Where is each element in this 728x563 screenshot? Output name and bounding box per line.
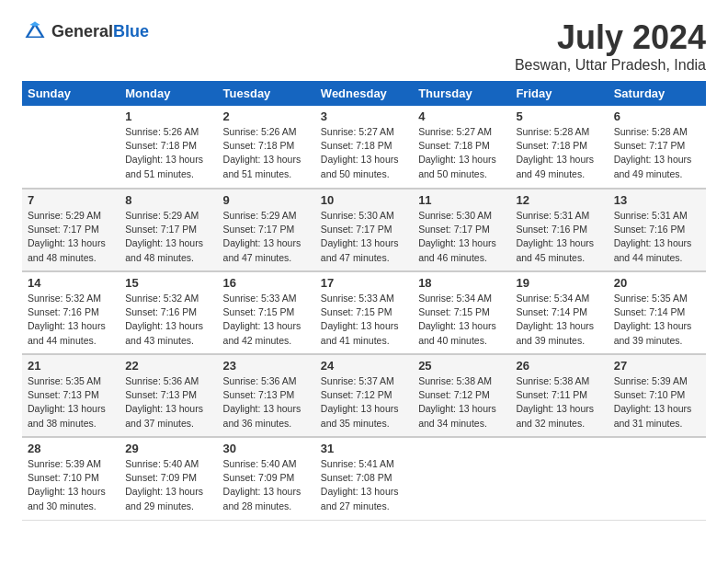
calendar-cell: 3Sunrise: 5:27 AMSunset: 7:18 PMDaylight… <box>315 106 413 189</box>
calendar-week-row: 1Sunrise: 5:26 AMSunset: 7:18 PMDaylight… <box>22 106 706 189</box>
column-header-wednesday: Wednesday <box>315 81 413 106</box>
day-number: 29 <box>125 442 211 455</box>
day-number: 5 <box>516 109 602 123</box>
day-details: Sunrise: 5:26 AMSunset: 7:18 PMDaylight:… <box>125 125 211 181</box>
day-number: 7 <box>28 193 114 207</box>
column-header-tuesday: Tuesday <box>218 81 315 106</box>
day-details: Sunrise: 5:35 AMSunset: 7:14 PMDaylight:… <box>614 292 700 348</box>
day-number: 20 <box>614 276 700 290</box>
day-number: 19 <box>516 276 602 290</box>
day-details: Sunrise: 5:32 AMSunset: 7:16 PMDaylight:… <box>125 292 211 348</box>
day-details: Sunrise: 5:34 AMSunset: 7:15 PMDaylight:… <box>418 292 505 348</box>
day-details: Sunrise: 5:26 AMSunset: 7:18 PMDaylight:… <box>223 125 310 181</box>
calendar-cell: 27Sunrise: 5:39 AMSunset: 7:10 PMDayligh… <box>609 354 706 437</box>
calendar-cell: 18Sunrise: 5:34 AMSunset: 7:15 PMDayligh… <box>413 271 510 354</box>
day-details: Sunrise: 5:38 AMSunset: 7:12 PMDaylight:… <box>418 374 505 431</box>
day-number: 15 <box>125 276 211 290</box>
calendar-week-row: 14Sunrise: 5:32 AMSunset: 7:16 PMDayligh… <box>22 271 706 354</box>
calendar-header-row: SundayMondayTuesdayWednesdayThursdayFrid… <box>22 81 706 106</box>
calendar-table: SundayMondayTuesdayWednesdayThursdayFrid… <box>22 81 706 521</box>
calendar-cell: 17Sunrise: 5:33 AMSunset: 7:15 PMDayligh… <box>315 271 413 354</box>
calendar-cell: 1Sunrise: 5:26 AMSunset: 7:18 PMDaylight… <box>119 106 217 189</box>
calendar-cell: 21Sunrise: 5:35 AMSunset: 7:13 PMDayligh… <box>22 354 119 437</box>
day-details: Sunrise: 5:27 AMSunset: 7:18 PMDaylight:… <box>321 125 407 181</box>
day-number: 10 <box>321 193 407 207</box>
calendar-cell: 31Sunrise: 5:41 AMSunset: 7:08 PMDayligh… <box>315 437 413 520</box>
day-number: 18 <box>418 276 505 290</box>
day-number: 6 <box>614 109 700 123</box>
day-details: Sunrise: 5:29 AMSunset: 7:17 PMDaylight:… <box>28 209 114 265</box>
logo-text-general: General <box>51 22 113 40</box>
logo-text-blue: Blue <box>113 22 149 40</box>
day-details: Sunrise: 5:28 AMSunset: 7:18 PMDaylight:… <box>516 125 602 181</box>
calendar-cell <box>413 437 510 520</box>
calendar-cell: 25Sunrise: 5:38 AMSunset: 7:12 PMDayligh… <box>413 354 510 437</box>
day-number: 1 <box>125 109 211 123</box>
calendar-cell <box>22 106 119 189</box>
day-number: 27 <box>614 359 700 373</box>
logo: GeneralBlue <box>22 18 149 44</box>
day-number: 24 <box>321 359 407 373</box>
calendar-cell: 8Sunrise: 5:29 AMSunset: 7:17 PMDaylight… <box>119 189 217 271</box>
day-details: Sunrise: 5:33 AMSunset: 7:15 PMDaylight:… <box>223 292 310 348</box>
day-number: 21 <box>28 359 114 373</box>
day-number: 25 <box>418 359 505 373</box>
day-details: Sunrise: 5:38 AMSunset: 7:11 PMDaylight:… <box>516 374 602 431</box>
day-number: 17 <box>321 276 407 290</box>
day-details: Sunrise: 5:29 AMSunset: 7:17 PMDaylight:… <box>223 209 310 265</box>
main-title: July 2024 <box>515 18 706 57</box>
calendar-week-row: 21Sunrise: 5:35 AMSunset: 7:13 PMDayligh… <box>22 354 706 437</box>
day-number: 26 <box>516 359 602 373</box>
calendar-cell: 4Sunrise: 5:27 AMSunset: 7:18 PMDaylight… <box>413 106 510 189</box>
day-details: Sunrise: 5:32 AMSunset: 7:16 PMDaylight:… <box>28 292 114 348</box>
calendar-cell: 10Sunrise: 5:30 AMSunset: 7:17 PMDayligh… <box>315 189 413 271</box>
calendar-cell: 7Sunrise: 5:29 AMSunset: 7:17 PMDaylight… <box>22 189 119 271</box>
title-area: July 2024 Beswan, Uttar Pradesh, India <box>515 18 706 74</box>
calendar-week-row: 7Sunrise: 5:29 AMSunset: 7:17 PMDaylight… <box>22 189 706 271</box>
day-number: 30 <box>223 442 310 455</box>
day-number: 28 <box>28 442 114 455</box>
day-number: 22 <box>125 359 211 373</box>
calendar-cell: 28Sunrise: 5:39 AMSunset: 7:10 PMDayligh… <box>22 437 119 520</box>
column-header-saturday: Saturday <box>609 81 706 106</box>
day-number: 2 <box>223 109 310 123</box>
calendar-cell: 26Sunrise: 5:38 AMSunset: 7:11 PMDayligh… <box>510 354 608 437</box>
day-details: Sunrise: 5:39 AMSunset: 7:10 PMDaylight:… <box>28 457 114 513</box>
day-details: Sunrise: 5:40 AMSunset: 7:09 PMDaylight:… <box>223 457 310 513</box>
day-number: 31 <box>321 442 407 455</box>
day-number: 8 <box>125 193 211 207</box>
calendar-cell: 9Sunrise: 5:29 AMSunset: 7:17 PMDaylight… <box>218 189 315 271</box>
calendar-cell: 22Sunrise: 5:36 AMSunset: 7:13 PMDayligh… <box>119 354 217 437</box>
day-number: 3 <box>321 109 407 123</box>
calendar-cell: 2Sunrise: 5:26 AMSunset: 7:18 PMDaylight… <box>218 106 315 189</box>
day-details: Sunrise: 5:39 AMSunset: 7:10 PMDaylight:… <box>614 374 700 431</box>
day-number: 9 <box>223 193 310 207</box>
calendar-cell: 5Sunrise: 5:28 AMSunset: 7:18 PMDaylight… <box>510 106 608 189</box>
day-number: 16 <box>223 276 310 290</box>
day-details: Sunrise: 5:41 AMSunset: 7:08 PMDaylight:… <box>321 457 407 513</box>
calendar-cell: 14Sunrise: 5:32 AMSunset: 7:16 PMDayligh… <box>22 271 119 354</box>
calendar-cell <box>510 437 608 520</box>
logo-icon <box>22 18 48 44</box>
day-number: 13 <box>614 193 700 207</box>
day-details: Sunrise: 5:30 AMSunset: 7:17 PMDaylight:… <box>418 209 505 265</box>
column-header-sunday: Sunday <box>22 81 119 106</box>
day-details: Sunrise: 5:35 AMSunset: 7:13 PMDaylight:… <box>28 374 114 431</box>
day-details: Sunrise: 5:27 AMSunset: 7:18 PMDaylight:… <box>418 125 505 181</box>
day-number: 14 <box>28 276 114 290</box>
day-details: Sunrise: 5:37 AMSunset: 7:12 PMDaylight:… <box>321 374 407 431</box>
calendar-cell: 29Sunrise: 5:40 AMSunset: 7:09 PMDayligh… <box>119 437 217 520</box>
column-header-friday: Friday <box>510 81 608 106</box>
calendar-cell: 15Sunrise: 5:32 AMSunset: 7:16 PMDayligh… <box>119 271 217 354</box>
day-details: Sunrise: 5:30 AMSunset: 7:17 PMDaylight:… <box>321 209 407 265</box>
day-number: 4 <box>418 109 505 123</box>
calendar-cell: 12Sunrise: 5:31 AMSunset: 7:16 PMDayligh… <box>510 189 608 271</box>
column-header-monday: Monday <box>119 81 217 106</box>
day-details: Sunrise: 5:34 AMSunset: 7:14 PMDaylight:… <box>516 292 602 348</box>
calendar-cell: 19Sunrise: 5:34 AMSunset: 7:14 PMDayligh… <box>510 271 608 354</box>
page-header: GeneralBlue July 2024 Beswan, Uttar Prad… <box>22 18 706 74</box>
calendar-cell: 11Sunrise: 5:30 AMSunset: 7:17 PMDayligh… <box>413 189 510 271</box>
calendar-cell: 16Sunrise: 5:33 AMSunset: 7:15 PMDayligh… <box>218 271 315 354</box>
calendar-cell: 30Sunrise: 5:40 AMSunset: 7:09 PMDayligh… <box>218 437 315 520</box>
day-details: Sunrise: 5:31 AMSunset: 7:16 PMDaylight:… <box>614 209 700 265</box>
